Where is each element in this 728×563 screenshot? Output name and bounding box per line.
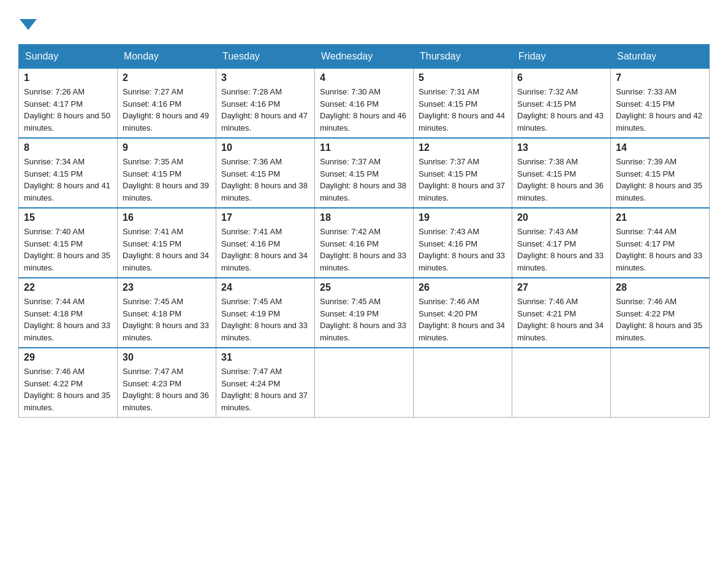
day-number: 23 bbox=[123, 282, 211, 293]
calendar-week-row: 29Sunrise: 7:46 AMSunset: 4:22 PMDayligh… bbox=[19, 348, 710, 418]
day-number: 26 bbox=[419, 282, 507, 293]
day-info: Sunrise: 7:41 AMSunset: 4:16 PMDaylight:… bbox=[221, 226, 309, 274]
header-sunday: Sunday bbox=[19, 45, 118, 69]
table-row: 19Sunrise: 7:43 AMSunset: 4:16 PMDayligh… bbox=[414, 208, 512, 278]
table-row: 11Sunrise: 7:37 AMSunset: 4:15 PMDayligh… bbox=[315, 138, 414, 208]
day-info: Sunrise: 7:26 AMSunset: 4:17 PMDaylight:… bbox=[24, 86, 112, 134]
day-number: 14 bbox=[616, 142, 704, 153]
table-row: 16Sunrise: 7:41 AMSunset: 4:15 PMDayligh… bbox=[118, 208, 216, 278]
table-row: 1Sunrise: 7:26 AMSunset: 4:17 PMDaylight… bbox=[19, 69, 118, 139]
day-info: Sunrise: 7:36 AMSunset: 4:15 PMDaylight:… bbox=[221, 156, 309, 204]
table-row: 13Sunrise: 7:38 AMSunset: 4:15 PMDayligh… bbox=[512, 138, 611, 208]
logo bbox=[18, 12, 38, 32]
day-info: Sunrise: 7:45 AMSunset: 4:19 PMDaylight:… bbox=[221, 296, 309, 343]
table-row: 28Sunrise: 7:46 AMSunset: 4:22 PMDayligh… bbox=[611, 278, 710, 348]
table-row: 29Sunrise: 7:46 AMSunset: 4:22 PMDayligh… bbox=[19, 348, 118, 418]
logo-triangle-icon bbox=[20, 19, 37, 30]
table-row bbox=[611, 348, 710, 418]
day-number: 31 bbox=[221, 352, 309, 363]
day-info: Sunrise: 7:37 AMSunset: 4:15 PMDaylight:… bbox=[419, 156, 507, 204]
table-row: 7Sunrise: 7:33 AMSunset: 4:15 PMDaylight… bbox=[611, 69, 710, 139]
day-number: 28 bbox=[616, 282, 704, 293]
day-number: 2 bbox=[123, 72, 211, 83]
day-info: Sunrise: 7:43 AMSunset: 4:16 PMDaylight:… bbox=[419, 226, 507, 274]
table-row: 8Sunrise: 7:34 AMSunset: 4:15 PMDaylight… bbox=[19, 138, 118, 208]
table-row: 24Sunrise: 7:45 AMSunset: 4:19 PMDayligh… bbox=[216, 278, 315, 348]
day-info: Sunrise: 7:32 AMSunset: 4:15 PMDaylight:… bbox=[517, 86, 605, 134]
table-row: 20Sunrise: 7:43 AMSunset: 4:17 PMDayligh… bbox=[512, 208, 611, 278]
day-number: 20 bbox=[517, 212, 605, 223]
day-info: Sunrise: 7:45 AMSunset: 4:19 PMDaylight:… bbox=[320, 296, 408, 343]
header-thursday: Thursday bbox=[414, 45, 512, 69]
table-row: 30Sunrise: 7:47 AMSunset: 4:23 PMDayligh… bbox=[118, 348, 216, 418]
header-wednesday: Wednesday bbox=[315, 45, 414, 69]
day-number: 19 bbox=[419, 212, 507, 223]
day-number: 18 bbox=[320, 212, 408, 223]
day-info: Sunrise: 7:39 AMSunset: 4:15 PMDaylight:… bbox=[616, 156, 704, 204]
day-info: Sunrise: 7:30 AMSunset: 4:16 PMDaylight:… bbox=[320, 86, 408, 134]
day-info: Sunrise: 7:46 AMSunset: 4:20 PMDaylight:… bbox=[419, 296, 507, 343]
day-info: Sunrise: 7:47 AMSunset: 4:23 PMDaylight:… bbox=[123, 366, 211, 413]
header-friday: Friday bbox=[512, 45, 611, 69]
calendar-week-row: 15Sunrise: 7:40 AMSunset: 4:15 PMDayligh… bbox=[19, 208, 710, 278]
table-row: 2Sunrise: 7:27 AMSunset: 4:16 PMDaylight… bbox=[118, 69, 216, 139]
day-number: 4 bbox=[320, 72, 408, 83]
day-number: 13 bbox=[517, 142, 605, 153]
day-number: 21 bbox=[616, 212, 704, 223]
day-info: Sunrise: 7:35 AMSunset: 4:15 PMDaylight:… bbox=[123, 156, 211, 204]
day-info: Sunrise: 7:41 AMSunset: 4:15 PMDaylight:… bbox=[123, 226, 211, 274]
day-info: Sunrise: 7:46 AMSunset: 4:22 PMDaylight:… bbox=[616, 296, 704, 343]
day-info: Sunrise: 7:33 AMSunset: 4:15 PMDaylight:… bbox=[616, 86, 704, 134]
day-info: Sunrise: 7:40 AMSunset: 4:15 PMDaylight:… bbox=[24, 226, 112, 274]
table-row: 25Sunrise: 7:45 AMSunset: 4:19 PMDayligh… bbox=[315, 278, 414, 348]
day-info: Sunrise: 7:34 AMSunset: 4:15 PMDaylight:… bbox=[24, 156, 112, 204]
day-info: Sunrise: 7:46 AMSunset: 4:22 PMDaylight:… bbox=[24, 366, 112, 413]
day-info: Sunrise: 7:46 AMSunset: 4:21 PMDaylight:… bbox=[517, 296, 605, 343]
calendar-week-row: 1Sunrise: 7:26 AMSunset: 4:17 PMDaylight… bbox=[19, 69, 710, 139]
day-number: 7 bbox=[616, 72, 704, 83]
table-row: 5Sunrise: 7:31 AMSunset: 4:15 PMDaylight… bbox=[414, 69, 512, 139]
calendar-week-row: 8Sunrise: 7:34 AMSunset: 4:15 PMDaylight… bbox=[19, 138, 710, 208]
day-number: 17 bbox=[221, 212, 309, 223]
day-number: 6 bbox=[517, 72, 605, 83]
day-number: 5 bbox=[419, 72, 507, 83]
day-info: Sunrise: 7:44 AMSunset: 4:17 PMDaylight:… bbox=[616, 226, 704, 274]
table-row: 9Sunrise: 7:35 AMSunset: 4:15 PMDaylight… bbox=[118, 138, 216, 208]
day-number: 3 bbox=[221, 72, 309, 83]
day-number: 16 bbox=[123, 212, 211, 223]
calendar-table: Sunday Monday Tuesday Wednesday Thursday… bbox=[18, 44, 710, 418]
day-number: 8 bbox=[24, 142, 112, 153]
table-row: 6Sunrise: 7:32 AMSunset: 4:15 PMDaylight… bbox=[512, 69, 611, 139]
day-info: Sunrise: 7:31 AMSunset: 4:15 PMDaylight:… bbox=[419, 86, 507, 134]
day-number: 30 bbox=[123, 352, 211, 363]
day-info: Sunrise: 7:44 AMSunset: 4:18 PMDaylight:… bbox=[24, 296, 112, 343]
table-row: 12Sunrise: 7:37 AMSunset: 4:15 PMDayligh… bbox=[414, 138, 512, 208]
table-row: 21Sunrise: 7:44 AMSunset: 4:17 PMDayligh… bbox=[611, 208, 710, 278]
table-row: 23Sunrise: 7:45 AMSunset: 4:18 PMDayligh… bbox=[118, 278, 216, 348]
calendar-header-row: Sunday Monday Tuesday Wednesday Thursday… bbox=[19, 45, 710, 69]
table-row: 17Sunrise: 7:41 AMSunset: 4:16 PMDayligh… bbox=[216, 208, 315, 278]
header-saturday: Saturday bbox=[611, 45, 710, 69]
day-info: Sunrise: 7:43 AMSunset: 4:17 PMDaylight:… bbox=[517, 226, 605, 274]
day-number: 11 bbox=[320, 142, 408, 153]
day-info: Sunrise: 7:37 AMSunset: 4:15 PMDaylight:… bbox=[320, 156, 408, 204]
table-row bbox=[315, 348, 414, 418]
header-monday: Monday bbox=[118, 45, 216, 69]
table-row: 18Sunrise: 7:42 AMSunset: 4:16 PMDayligh… bbox=[315, 208, 414, 278]
day-number: 27 bbox=[517, 282, 605, 293]
day-info: Sunrise: 7:45 AMSunset: 4:18 PMDaylight:… bbox=[123, 296, 211, 343]
day-info: Sunrise: 7:47 AMSunset: 4:24 PMDaylight:… bbox=[221, 366, 309, 413]
table-row: 31Sunrise: 7:47 AMSunset: 4:24 PMDayligh… bbox=[216, 348, 315, 418]
day-info: Sunrise: 7:28 AMSunset: 4:16 PMDaylight:… bbox=[221, 86, 309, 134]
page-header bbox=[18, 12, 710, 32]
table-row bbox=[414, 348, 512, 418]
header-tuesday: Tuesday bbox=[216, 45, 315, 69]
table-row: 10Sunrise: 7:36 AMSunset: 4:15 PMDayligh… bbox=[216, 138, 315, 208]
table-row: 15Sunrise: 7:40 AMSunset: 4:15 PMDayligh… bbox=[19, 208, 118, 278]
day-number: 9 bbox=[123, 142, 211, 153]
table-row: 26Sunrise: 7:46 AMSunset: 4:20 PMDayligh… bbox=[414, 278, 512, 348]
table-row: 14Sunrise: 7:39 AMSunset: 4:15 PMDayligh… bbox=[611, 138, 710, 208]
calendar-week-row: 22Sunrise: 7:44 AMSunset: 4:18 PMDayligh… bbox=[19, 278, 710, 348]
table-row: 22Sunrise: 7:44 AMSunset: 4:18 PMDayligh… bbox=[19, 278, 118, 348]
day-number: 29 bbox=[24, 352, 112, 363]
